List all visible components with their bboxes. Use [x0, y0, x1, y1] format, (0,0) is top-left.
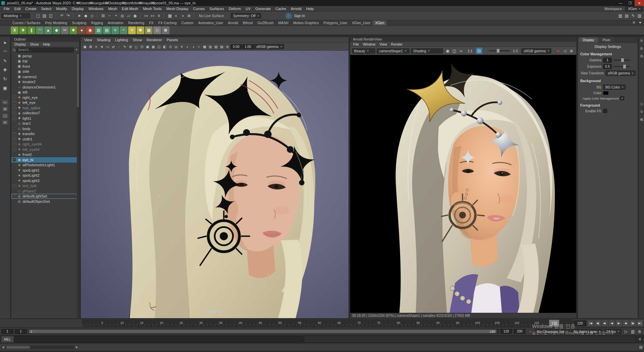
expand-toggle-icon[interactable]: +	[12, 137, 16, 141]
resolution-gate-icon[interactable]: ⊡	[139, 44, 145, 49]
outliner-item-side[interactable]: ▣side	[11, 69, 79, 74]
viewport-menu-show[interactable]: Show	[130, 38, 145, 42]
step-back-key-button[interactable]: ◀·	[601, 320, 608, 327]
xgen-add-guide-icon[interactable]: ✚	[19, 26, 27, 34]
viewport-menu-panels[interactable]: Panels	[164, 38, 180, 42]
frame-tick-105[interactable]: 105	[495, 321, 500, 325]
outliner-menu-display[interactable]: Display	[12, 42, 28, 46]
cache-icon[interactable]: ▥	[630, 328, 636, 335]
step-forward-key-button[interactable]: ·▶	[623, 320, 629, 327]
frame-tick-30[interactable]: 30	[199, 321, 203, 325]
menu-uv[interactable]: UV	[243, 6, 253, 11]
layer-editor-tab-icon[interactable]: ▦	[639, 117, 644, 121]
outliner-search-input[interactable]: Search...	[16, 48, 74, 52]
textured-icon[interactable]: ▨	[219, 44, 224, 49]
xgen-create-description-icon[interactable]: X	[11, 26, 18, 34]
scrollbar-track[interactable]	[6, 346, 74, 349]
xgen-cut-icon[interactable]: ✂	[61, 26, 69, 34]
safe-title-icon[interactable]: ◧	[162, 44, 167, 49]
menu-cache[interactable]: Cache	[273, 6, 288, 11]
command-result-field[interactable]	[304, 336, 636, 343]
scroll-right-icon[interactable]: ▶	[75, 346, 79, 349]
expand-toggle-icon[interactable]: +	[12, 106, 16, 110]
xgen-guides-icon[interactable]: ∥	[28, 26, 35, 34]
arnold-menu-window[interactable]: Window	[361, 42, 377, 46]
xgen-density-icon[interactable]: ▲	[44, 26, 52, 34]
outliner-menu-show[interactable]: Show	[28, 42, 41, 46]
outliner-item-defaultLightSet[interactable]: +◎defaultLightSet	[11, 194, 79, 199]
custom-layout-icon[interactable]: ⊟	[1, 120, 9, 125]
expand-toggle-icon[interactable]: +	[12, 116, 16, 120]
menu-select[interactable]: Select	[39, 6, 54, 11]
menu-windows[interactable]: Windows	[86, 6, 106, 11]
open-scene-icon[interactable]: ▤	[41, 13, 48, 19]
maximize-button[interactable]: ❐	[625, 0, 635, 6]
film-gate-icon[interactable]: ◻	[133, 44, 139, 49]
go-to-end-button[interactable]: ▶|	[637, 320, 643, 327]
xgen-util-icon[interactable]: ⊚	[162, 26, 169, 34]
frame-tick-55[interactable]: 55	[298, 321, 302, 325]
shelf-tab-mash[interactable]: MASH	[276, 20, 291, 25]
outliner-item-tear1[interactable]: ◇tear1	[11, 121, 79, 126]
shelf-tab-sculpting[interactable]: Sculpting	[69, 20, 89, 25]
viewport-canvas[interactable]: camera1	[81, 51, 348, 318]
move-tool-icon[interactable]: ✚	[1, 66, 9, 73]
render-view-icon[interactable]: ▦	[167, 13, 173, 19]
attribute-editor-icon[interactable]: ▤	[624, 13, 630, 19]
outliner-item-test_ball[interactable]: +✚test_ball	[11, 183, 79, 189]
grease-pencil-icon[interactable]: ✎	[122, 44, 127, 49]
frame-tick-65[interactable]: 65	[337, 321, 341, 325]
lasso-tool-icon[interactable]: ◠	[1, 48, 9, 55]
snap-to-view-plane-icon[interactable]: ▱	[125, 13, 132, 19]
frame-tick-60[interactable]: 60	[318, 321, 321, 325]
divider[interactable]	[56, 13, 57, 19]
camera-attributes-icon[interactable]: ≡	[94, 44, 99, 49]
enable-fg-checkbox[interactable]	[603, 109, 607, 113]
viewport-menu-view[interactable]: View	[82, 38, 95, 42]
mute-icon[interactable]: ◁	[561, 48, 568, 54]
animation-start-field[interactable]: 1	[1, 329, 13, 334]
shelf-tab-xgen[interactable]: XGen	[373, 20, 386, 25]
expand-toggle-icon[interactable]: +	[12, 142, 16, 146]
gate-mask-icon[interactable]: ▣	[145, 44, 150, 49]
input-connections-icon[interactable]: ↦	[143, 13, 149, 19]
aov-dropdown[interactable]: Beauty	[352, 48, 375, 54]
outliner-item-hair_spline[interactable]: +✚hair_spline	[11, 105, 79, 111]
frame-tick-70[interactable]: 70	[357, 321, 361, 325]
outliner-vertical-scrollbar[interactable]	[77, 53, 79, 318]
viewport-menu-renderer[interactable]: Renderer	[144, 38, 164, 42]
snap-to-curve-icon[interactable]: ~	[106, 13, 113, 19]
menu-file[interactable]: File	[1, 6, 12, 11]
frame-tick-85[interactable]: 85	[417, 321, 420, 325]
region-crop-icon[interactable]: ⊡	[476, 48, 482, 54]
select-camera-icon[interactable]: ▣	[82, 44, 88, 49]
settings-gear-icon[interactable]: ⊛	[568, 48, 575, 54]
gamma-field[interactable]: 1.00	[242, 44, 254, 49]
frame-tick-15[interactable]: 15	[140, 321, 144, 325]
construction-history-icon[interactable]: ≡	[156, 13, 162, 19]
arnold-panel-title[interactable]: Arnold RenderView	[350, 37, 576, 42]
animation-preferences-icon[interactable]: ⊛	[636, 328, 643, 335]
xgen-comb-icon[interactable]: ◠	[36, 26, 44, 34]
menu-mesh[interactable]: Mesh	[106, 6, 119, 11]
shelf-tab-rendering[interactable]: Rendering	[126, 20, 147, 25]
range-slider-track[interactable]: 1 120	[28, 329, 499, 334]
safe-action-icon[interactable]: ◫	[156, 44, 162, 49]
image-plane-icon[interactable]: ▭	[105, 44, 110, 49]
animation-end-field[interactable]: 200	[514, 329, 526, 334]
outliner-item-cloth1[interactable]: +✚cloth1	[11, 136, 79, 142]
xgen-bake-icon[interactable]: ◉	[86, 26, 94, 34]
step-forward-frame-button[interactable]: |▶	[630, 320, 636, 327]
expand-toggle-icon[interactable]: +	[12, 101, 16, 105]
shelf-tab-animation-user[interactable]: Animation_User	[196, 20, 226, 25]
time-slider[interactable]: 120 510152025303540455055606570758085909…	[82, 319, 573, 327]
tab-display[interactable]: Display	[579, 37, 598, 43]
frame-tick-50[interactable]: 50	[278, 321, 282, 325]
shelf-options-icon[interactable]: ▾	[637, 19, 643, 25]
outliner-menu-help[interactable]: Help	[41, 42, 52, 46]
arnold-view-transform-dropdown[interactable]: sRGB gamma	[521, 48, 551, 54]
debug-shading-dropdown[interactable]: Shading	[411, 48, 443, 54]
shelf-tab-custom[interactable]: Custom	[179, 20, 196, 25]
viewport-menu-shading[interactable]: Shading	[95, 38, 113, 42]
outliner-item-aiPhotometricLight1[interactable]: ☀aiPhotometricLight1	[11, 163, 79, 168]
